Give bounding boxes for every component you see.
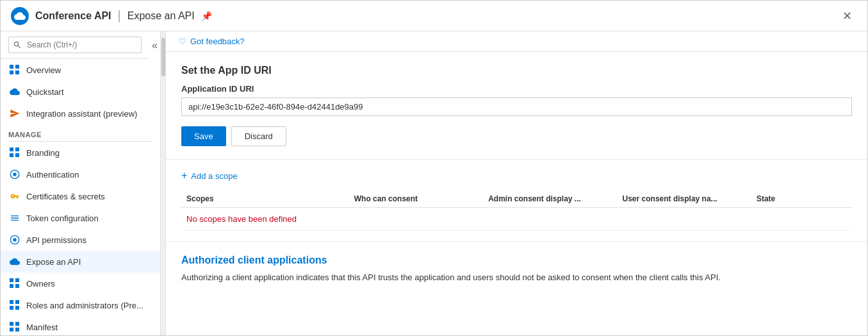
svg-rect-2	[10, 71, 13, 74]
sidebar-item-certificates-label: Certificates & secrets	[26, 192, 105, 201]
quickstart-icon	[8, 85, 21, 98]
owners-icon	[8, 277, 21, 290]
search-input[interactable]	[8, 37, 142, 53]
scopes-table: Scopes Who can consent Admin consent dis…	[181, 190, 852, 231]
svg-rect-6	[10, 153, 13, 157]
svg-rect-20	[10, 322, 13, 326]
manifest-icon	[8, 321, 21, 333]
app-name: Conference API	[35, 10, 111, 22]
close-button[interactable]: ✕	[837, 6, 857, 26]
app-id-uri-label: Application ID URI	[181, 84, 852, 94]
svg-rect-4	[10, 147, 13, 151]
svg-rect-15	[15, 284, 19, 288]
svg-rect-18	[10, 306, 13, 310]
expose-api-icon	[8, 255, 21, 268]
page-title: Expose an API	[127, 10, 195, 22]
app-id-uri-title: Set the App ID URI	[181, 65, 852, 76]
collapse-button[interactable]: «	[149, 37, 160, 54]
header-separator: |	[118, 8, 121, 23]
app-container: Conference API | Expose an API 📌 ✕ « Ove…	[0, 0, 868, 336]
sidebar-item-manifest[interactable]: Manifest	[1, 316, 160, 335]
svg-rect-7	[15, 153, 19, 157]
overview-icon	[8, 63, 21, 76]
col-who-can-consent: Who can consent	[349, 190, 483, 208]
svg-rect-0	[10, 65, 13, 69]
main-content: ♡ Got feedback? Set the App ID URI Appli…	[166, 31, 867, 335]
sidebar-item-branding[interactable]: Branding	[1, 142, 160, 164]
col-admin-display: Admin consent display ...	[483, 190, 617, 208]
svg-rect-14	[10, 284, 13, 288]
svg-rect-3	[15, 71, 19, 74]
no-scopes-message: No scopes have been defined	[186, 214, 297, 224]
svg-rect-23	[15, 328, 19, 332]
sidebar-item-quickstart-label: Quickstart	[26, 87, 64, 97]
heart-icon: ♡	[179, 37, 186, 46]
sidebar: « Overview Quickstart Integration assis	[1, 31, 161, 335]
certificates-icon	[8, 190, 21, 203]
pin-icon[interactable]: 📌	[201, 11, 212, 21]
discard-button[interactable]: Discard	[231, 126, 286, 146]
sidebar-scrollbar-area	[161, 31, 166, 335]
app-icon	[11, 7, 29, 25]
add-scope-button[interactable]: + Add a scope	[181, 170, 238, 181]
manage-section-label: Manage	[1, 124, 160, 141]
authorized-title: Authorized client applications	[181, 255, 852, 266]
sidebar-item-overview[interactable]: Overview	[1, 59, 160, 81]
sidebar-item-expose-api-label: Expose an API	[26, 257, 81, 267]
branding-icon	[8, 146, 21, 159]
svg-rect-17	[15, 300, 19, 304]
plus-icon: +	[181, 170, 187, 181]
svg-point-11	[13, 238, 16, 241]
scopes-section: + Add a scope Scopes Who can consent Adm…	[166, 160, 867, 242]
sidebar-item-integration-label: Integration assistant (preview)	[26, 109, 137, 119]
svg-rect-12	[10, 278, 13, 282]
svg-rect-5	[15, 147, 19, 151]
header: Conference API | Expose an API 📌 ✕	[1, 1, 867, 31]
sidebar-item-authentication-label: Authentication	[26, 170, 79, 180]
scrollbar-thumb[interactable]	[161, 38, 165, 76]
feedback-label[interactable]: Got feedback?	[190, 37, 245, 46]
sidebar-item-owners[interactable]: Owners	[1, 273, 160, 294]
save-button[interactable]: Save	[181, 126, 226, 146]
svg-rect-16	[10, 300, 13, 304]
sidebar-item-branding-label: Branding	[26, 148, 60, 158]
svg-rect-21	[15, 322, 19, 326]
sidebar-item-token-label: Token configuration	[26, 214, 99, 223]
sidebar-item-certificates[interactable]: Certificates & secrets	[1, 185, 160, 207]
svg-point-9	[13, 172, 16, 176]
integration-icon	[8, 107, 21, 120]
search-row: «	[1, 31, 160, 59]
feedback-bar: ♡ Got feedback?	[166, 31, 867, 52]
sidebar-item-roles[interactable]: Roles and administrators (Pre...	[1, 294, 160, 316]
sidebar-item-owners-label: Owners	[26, 279, 55, 289]
body: « Overview Quickstart Integration assis	[1, 31, 867, 335]
sidebar-item-authentication[interactable]: Authentication	[1, 164, 160, 185]
app-id-uri-input[interactable]	[181, 97, 852, 116]
svg-rect-22	[10, 328, 13, 332]
search-container	[1, 31, 149, 59]
svg-rect-1	[15, 65, 19, 69]
sidebar-item-quickstart[interactable]: Quickstart	[1, 81, 160, 103]
app-id-uri-section: Set the App ID URI Application ID URI Sa…	[166, 52, 867, 160]
api-permissions-icon	[8, 233, 21, 246]
col-scopes: Scopes	[181, 190, 349, 208]
action-buttons: Save Discard	[181, 126, 852, 146]
authorized-description: Authorizing a client application indicat…	[181, 271, 758, 284]
sidebar-item-expose-api[interactable]: Expose an API	[1, 251, 160, 273]
sidebar-item-manifest-label: Manifest	[26, 323, 58, 332]
col-state: State	[751, 190, 852, 208]
sidebar-item-integration[interactable]: Integration assistant (preview)	[1, 103, 160, 124]
sidebar-item-overview-label: Overview	[26, 65, 61, 75]
authentication-icon	[8, 168, 21, 181]
col-user-display: User consent display na...	[618, 190, 751, 208]
token-icon	[8, 212, 21, 224]
roles-icon	[8, 299, 21, 312]
sidebar-item-api-permissions[interactable]: API permissions	[1, 229, 160, 251]
svg-rect-19	[15, 306, 19, 310]
sidebar-item-api-permissions-label: API permissions	[26, 235, 86, 245]
no-scopes-row: No scopes have been defined	[181, 208, 852, 231]
add-scope-label: Add a scope	[191, 171, 237, 181]
svg-rect-13	[15, 278, 19, 282]
sidebar-item-roles-label: Roles and administrators (Pre...	[26, 301, 143, 310]
sidebar-item-token[interactable]: Token configuration	[1, 207, 160, 229]
